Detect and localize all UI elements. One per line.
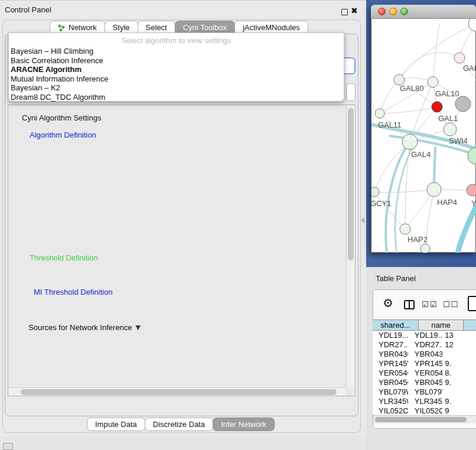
network-node[interactable] [371, 187, 379, 197]
table-horizontal-scrollbar[interactable] [373, 415, 476, 423]
minimize-traffic-light[interactable] [389, 8, 397, 15]
network-node[interactable] [467, 184, 476, 196]
network-node[interactable] [420, 244, 430, 253]
algorithm-option-aracne-algorithm[interactable]: ARACNE Algorithm [9, 65, 344, 74]
table-row[interactable]: YDL19...YDL19...13 [373, 331, 476, 340]
table-row[interactable]: YBR043CYBR043C [373, 350, 476, 359]
tab-label: Select [146, 23, 167, 32]
table-cell: YBR045C [408, 378, 443, 387]
close-icon[interactable]: ✖ [351, 6, 358, 15]
network-node[interactable] [402, 134, 418, 149]
node-label-hap2: HAP2 [407, 235, 428, 244]
algorithm-dropdown-popup: Select algorithm to view settings Bayesi… [8, 32, 344, 102]
tab-discretize-data[interactable]: Discretize Data [145, 418, 213, 431]
table-row[interactable]: YIL052CYIL052C9 [373, 406, 476, 414]
table-row[interactable]: YER054CYER054C8. [373, 369, 476, 378]
column-view-icon[interactable] [404, 300, 415, 309]
network-node[interactable] [455, 96, 471, 112]
gear-icon[interactable]: ⚙ [383, 296, 393, 310]
table-cell: YPR145W [408, 359, 443, 369]
tab-label: Network [69, 23, 97, 32]
node-label-gal11: GAL11 [378, 120, 402, 129]
node-label-y: Y [471, 199, 476, 208]
network-node[interactable] [428, 77, 438, 87]
panel-divider-arrow[interactable] [361, 217, 364, 223]
settings-scroll-pane [8, 105, 356, 396]
scrollbar-thumb[interactable] [375, 417, 467, 422]
network-edge [380, 80, 399, 113]
tab-label: Impute Data [95, 420, 137, 429]
table-cell: YBR045C [373, 378, 408, 387]
table-cell: YLR345W [373, 397, 408, 406]
algorithm-option-basic-correlation-inference[interactable]: Basic Correlation Inference [9, 56, 344, 66]
node-label-gal: GAL [463, 64, 476, 73]
column-header-name[interactable]: name [419, 320, 464, 330]
table-cell: YDL19... [408, 331, 443, 340]
select-all-checkboxes-icon[interactable]: ☑☑ [422, 300, 438, 309]
algorithm-popup-hint: Select algorithm to view settings [9, 35, 344, 47]
table-body: YDL19...YDL19...13YDR27...YDR27...12YBR0… [373, 331, 476, 414]
screenshot-root: Control Panel ✖ NetworkStyleSelectCyni T… [0, 0, 476, 450]
column-header-a[interactable]: A [464, 320, 476, 330]
network-node[interactable] [444, 123, 457, 136]
network-node[interactable] [454, 53, 465, 63]
network-node[interactable] [432, 102, 442, 112]
scrollbar-thumb[interactable] [348, 108, 354, 260]
table-cell: 9 [442, 406, 476, 414]
table-panel-title: Table Panel [376, 274, 416, 283]
table-cell: YBL079W [373, 387, 408, 397]
node-label-gal10: GAL10 [435, 89, 459, 98]
tab-label: jActiveMNodules [243, 23, 300, 32]
network-node[interactable] [468, 19, 476, 31]
network-edge [441, 190, 465, 190]
bottom-left-widget[interactable] [3, 443, 13, 450]
algorithm-option-bayesian-hill-climbing[interactable]: Bayesian – Hill Climbing [9, 47, 344, 56]
bottom-tab-bar: Impute DataDiscretize DataInfer Network [87, 418, 275, 431]
network-edge [380, 107, 437, 113]
document-icon[interactable] [468, 296, 476, 311]
algorithm-option-bayesian-k2[interactable]: Bayesian – K2 [9, 83, 344, 93]
network-node[interactable] [427, 182, 441, 197]
tab-label: Style [113, 23, 130, 32]
table-row[interactable]: YBR045CYBR045C9. [373, 378, 476, 387]
sources-expander[interactable]: Sources for Network Inference ▼ [26, 323, 143, 332]
table-cell: YBL079W [408, 387, 443, 397]
tab-infer-network[interactable]: Infer Network [213, 418, 275, 431]
zoom-traffic-light[interactable] [400, 8, 408, 15]
algorithm-option-dream8-dc-tdc-algorithm[interactable]: Dream8 DC_TDC Algorithm [9, 93, 344, 102]
network-window-titlebar[interactable] [371, 5, 476, 19]
deselect-all-checkboxes-icon[interactable]: ☐☐ [443, 300, 459, 309]
table-row[interactable]: YDR27...YDR27...12 [373, 340, 476, 350]
table-row[interactable]: YPR145WYPR145W9. [373, 359, 476, 369]
table-cell: YIL052C [408, 406, 443, 414]
column-header-shared[interactable]: shared... [373, 320, 419, 330]
network-node[interactable] [375, 109, 384, 118]
table-cell: 8. [442, 369, 476, 378]
scrollbar-thumb[interactable] [21, 389, 337, 395]
algorithm-definition-title: Algorithm Definition [27, 131, 99, 139]
hidden-widget-edge [346, 83, 356, 101]
table-row[interactable]: YLR345WYLR345W9. [373, 397, 476, 406]
network-node[interactable] [400, 224, 410, 234]
network-node[interactable] [468, 148, 476, 164]
float-window-icon[interactable] [341, 9, 348, 15]
table-header-row: shared...nameA [373, 319, 476, 331]
settings-horizontal-scrollbar[interactable] [9, 387, 345, 396]
network-edge [374, 190, 434, 193]
tab-impute-data[interactable]: Impute Data [87, 418, 145, 431]
node-label-gal4: GAL4 [411, 150, 431, 159]
table-row[interactable]: YBL079WYBL079W [373, 387, 476, 397]
network-edge [457, 207, 476, 253]
node-label-gal80: GAL80 [400, 84, 423, 93]
algorithm-option-mutual-information-inference[interactable]: Mutual Information Inference [9, 74, 344, 84]
network-canvas-svg[interactable]: GAL80GAL10GALGAL1GAL11SWI4GAL4GCY1HAP4YH… [371, 19, 476, 253]
table-cell: 13 [442, 331, 476, 340]
close-traffic-light[interactable] [378, 8, 386, 15]
network-tab-icon [58, 24, 65, 31]
settings-vertical-scrollbar[interactable] [346, 106, 355, 387]
table-cell: 12 [442, 340, 476, 350]
table-cell: YIL052C [373, 406, 408, 414]
node-label-swi4: SWI4 [449, 136, 468, 145]
sources-title: Sources for Network Inference [28, 323, 132, 332]
table-cell: YLR345W [408, 397, 443, 406]
